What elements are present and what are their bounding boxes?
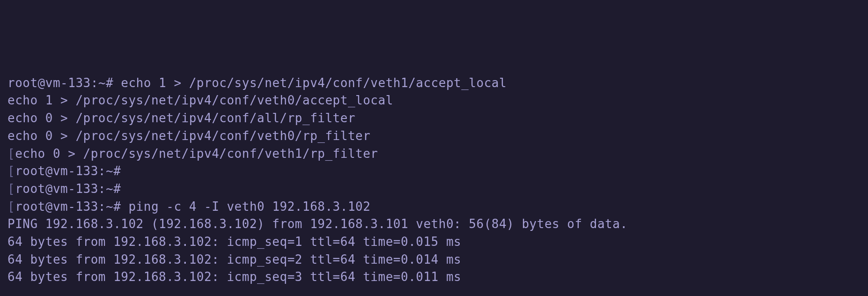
terminal-line: [root@vm-133:~#	[7, 180, 861, 198]
command-text: echo 0 > /proc/sys/net/ipv4/conf/all/rp_…	[7, 111, 355, 125]
output-text: 64 bytes from 192.168.3.102: icmp_seq=3 …	[7, 270, 461, 284]
bracket: [	[7, 200, 15, 214]
command-text: echo 0 > /proc/sys/net/ipv4/conf/veth0/r…	[7, 129, 370, 143]
terminal-line: 64 bytes from 192.168.3.102: icmp_seq=2 …	[7, 251, 861, 269]
command-text: echo 1 > /proc/sys/net/ipv4/conf/veth1/a…	[121, 76, 507, 90]
command-text: echo 0 > /proc/sys/net/ipv4/conf/veth1/r…	[15, 147, 378, 161]
output-text: 64 bytes from 192.168.3.102: icmp_seq=2 …	[7, 252, 461, 266]
terminal-line: [echo 0 > /proc/sys/net/ipv4/conf/veth1/…	[7, 145, 861, 163]
shell-prompt: root@vm-133:~#	[15, 182, 128, 196]
output-text: 64 bytes from 192.168.3.102: icmp_seq=1 …	[7, 235, 461, 249]
command-text: ping -c 4 -I veth0 192.168.3.102	[128, 200, 370, 214]
terminal-line: echo 1 > /proc/sys/net/ipv4/conf/veth0/a…	[7, 92, 861, 110]
command-text: echo 1 > /proc/sys/net/ipv4/conf/veth0/a…	[7, 93, 393, 107]
bracket: [	[7, 164, 15, 178]
shell-prompt: root@vm-133:~#	[15, 200, 128, 214]
terminal-line: [root@vm-133:~#	[7, 163, 861, 180]
output-text: PING 192.168.3.102 (192.168.3.102) from …	[7, 217, 628, 231]
terminal-line: 64 bytes from 192.168.3.102: icmp_seq=3 …	[7, 268, 861, 286]
shell-prompt: root@vm-133:~#	[15, 164, 128, 178]
shell-prompt: root@vm-133:~#	[7, 76, 121, 90]
terminal-line: 64 bytes from 192.168.3.102: icmp_seq=1 …	[7, 233, 861, 251]
terminal-line: echo 0 > /proc/sys/net/ipv4/conf/all/rp_…	[7, 110, 861, 127]
bracket: [	[7, 182, 15, 196]
terminal-output[interactable]: root@vm-133:~# echo 1 > /proc/sys/net/ip…	[7, 74, 861, 286]
terminal-line: [root@vm-133:~# ping -c 4 -I veth0 192.1…	[7, 198, 861, 216]
terminal-line: PING 192.168.3.102 (192.168.3.102) from …	[7, 215, 861, 233]
terminal-line: echo 0 > /proc/sys/net/ipv4/conf/veth0/r…	[7, 127, 861, 145]
bracket: [	[7, 147, 15, 161]
terminal-line: root@vm-133:~# echo 1 > /proc/sys/net/ip…	[7, 74, 861, 92]
